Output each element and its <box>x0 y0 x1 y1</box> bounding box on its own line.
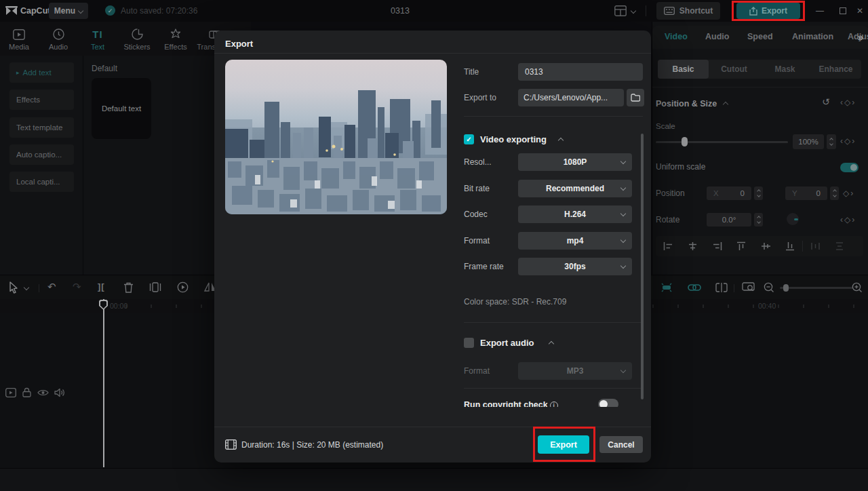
browse-folder-button[interactable] <box>627 89 644 106</box>
format-dropdown[interactable]: mp4 <box>518 232 632 250</box>
chevron-down-icon <box>620 368 626 373</box>
video-exporting-label: Video exporting <box>480 134 547 144</box>
format-value: mp4 <box>567 236 584 246</box>
dialog-scrollbar-thumb[interactable] <box>641 134 644 399</box>
dialog-scrollbar[interactable] <box>641 134 644 405</box>
chevron-down-icon <box>620 263 626 269</box>
info-icon: i <box>550 401 558 407</box>
chevron-down-icon <box>620 159 626 164</box>
bitrate-label: Bit rate <box>464 184 490 193</box>
capcut-window: CapCut Menu ✓ Auto saved: 07:20:36 0313 … <box>0 0 868 491</box>
export-to-label: Export to <box>464 93 496 102</box>
folder-icon <box>631 94 640 102</box>
codec-dropdown[interactable]: H.264 <box>518 205 632 223</box>
copyright-check-toggle[interactable] <box>598 399 618 407</box>
audio-format-dropdown: MP3 <box>518 362 632 380</box>
framerate-dropdown[interactable]: 30fps <box>518 258 632 275</box>
section-divider <box>464 388 643 389</box>
collapse-audio-icon[interactable] <box>549 341 554 347</box>
framerate-label: Frame rate <box>464 262 504 271</box>
dialog-header-divider <box>214 53 651 54</box>
chevron-down-icon <box>620 185 626 191</box>
dialog-title: Export <box>225 39 253 49</box>
audio-format-value: MP3 <box>567 366 584 376</box>
export-audio-label: Export audio <box>480 338 534 348</box>
title-field-input[interactable]: 0313 <box>518 63 643 81</box>
video-exporting-checkbox[interactable]: ✓ <box>464 134 474 144</box>
annotation-export-top <box>732 1 805 21</box>
audio-format-label: Format <box>464 366 490 376</box>
collapse-video-icon[interactable] <box>558 138 564 143</box>
copyright-check-label: Run copyright checki <box>464 400 558 407</box>
codec-value: H.264 <box>564 210 586 219</box>
export-dialog: Export <box>214 31 651 463</box>
section-divider <box>464 322 643 323</box>
resolution-label: Resol... <box>464 157 492 167</box>
form-divider <box>464 116 643 117</box>
framerate-value: 30fps <box>564 262 585 271</box>
resolution-value: 1080P <box>564 157 587 167</box>
bitrate-dropdown[interactable]: Recommended <box>518 180 632 197</box>
format-label: Format <box>464 236 490 246</box>
film-icon <box>225 439 237 450</box>
bitrate-value: Recommended <box>546 184 604 193</box>
export-summary: Duration: 16s | Size: 20 MB (estimated) <box>241 440 383 450</box>
copyright-check-text: Run copyright check <box>464 400 548 407</box>
color-space-text: Color space: SDR - Rec.709 <box>464 297 566 307</box>
export-audio-checkbox[interactable] <box>464 338 474 348</box>
cancel-button[interactable]: Cancel <box>599 436 643 453</box>
chevron-down-icon <box>620 237 626 243</box>
annotation-export-dialog <box>533 427 595 462</box>
export-to-input[interactable]: C:/Users/Lenovo/App... <box>518 89 624 106</box>
title-field-label: Title <box>464 67 479 77</box>
codec-label: Codec <box>464 210 488 219</box>
export-settings-scroll[interactable]: ✓ Video exporting Resol... 1080P Bit rat… <box>214 122 651 407</box>
chevron-down-icon <box>620 211 626 216</box>
resolution-dropdown[interactable]: 1080P <box>518 153 632 171</box>
